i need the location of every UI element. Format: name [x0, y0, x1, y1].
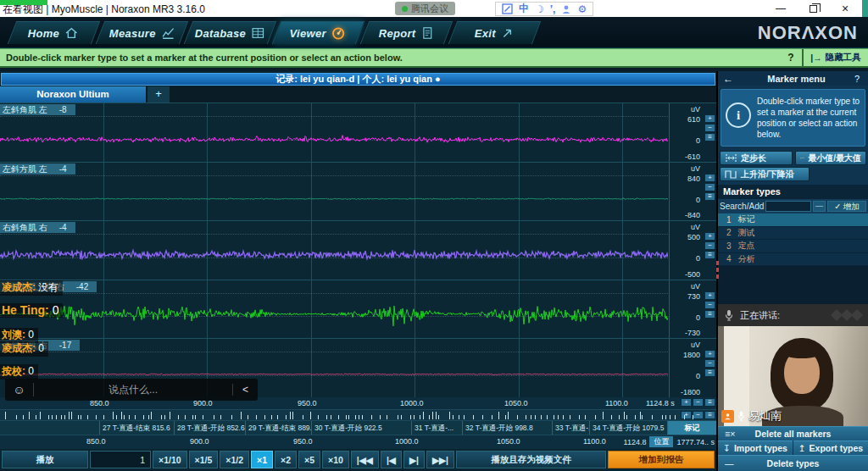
- search-input[interactable]: [765, 201, 811, 212]
- collapse-chat-button[interactable]: <: [232, 384, 258, 396]
- main-area: 记录: lei yu qian-d | 个人: lei yu qian ● No…: [0, 71, 868, 471]
- marker-cell[interactable]: 32 T-直通-开始 998.8: [463, 421, 553, 435]
- scale-menu-button[interactable]: ≡: [704, 411, 715, 419]
- import-types-button[interactable]: ↧ Import types: [718, 441, 793, 455]
- play-button[interactable]: 播放: [2, 451, 88, 468]
- scale-down-button[interactable]: −: [704, 241, 715, 250]
- scale-down-button[interactable]: −: [704, 359, 715, 368]
- ime-fullwidth-icon[interactable]: ☽: [535, 3, 544, 15]
- marker-type-badge[interactable]: 标记: [668, 421, 716, 435]
- channel-menu-button[interactable]: ≡: [704, 368, 715, 377]
- scale-down-button[interactable]: −: [704, 183, 715, 191]
- emoji-button[interactable]: ☺: [5, 383, 34, 396]
- marker-cell[interactable]: 33 T-直通-...: [553, 421, 590, 435]
- channel-menu-button[interactable]: ≡: [704, 192, 715, 201]
- scale-down-button[interactable]: −: [704, 124, 715, 132]
- ime-user-icon[interactable]: [561, 4, 571, 14]
- channel-strip[interactable]: 右斜角肌 右-4 uV500 0-500 +−≡: [0, 221, 716, 280]
- tab-report[interactable]: Report: [360, 21, 453, 44]
- zoom-out-button[interactable]: −: [693, 398, 704, 407]
- help-button[interactable]: ?: [780, 52, 802, 64]
- speed-button[interactable]: ×5: [298, 451, 320, 468]
- ime-settings-icon[interactable]: ⚙: [577, 3, 587, 15]
- speed-button-active[interactable]: ×1: [251, 451, 273, 468]
- forward-end-button[interactable]: ▶▶|: [426, 451, 454, 468]
- min-max-button[interactable]: 最小值/最大值: [795, 151, 866, 165]
- add-type-button[interactable]: ✓ 增加: [827, 201, 866, 212]
- tab-exit[interactable]: Exit: [448, 21, 541, 44]
- channel-menu-button[interactable]: ≡: [704, 133, 715, 141]
- play-counter-field[interactable]: 1: [90, 451, 151, 468]
- zoom-in-button[interactable]: +: [681, 398, 692, 407]
- step-back-button[interactable]: |◀: [381, 451, 402, 468]
- restore-button[interactable]: [797, 0, 829, 17]
- speed-button[interactable]: ×2: [275, 451, 297, 468]
- rewind-start-button[interactable]: |◀◀: [351, 451, 379, 468]
- position-badge[interactable]: 位置: [649, 436, 673, 447]
- speed-button[interactable]: ×1/2: [220, 451, 249, 468]
- marker-type-item[interactable]: 1标记: [718, 213, 868, 227]
- rising-falling-edge-button[interactable]: 上升沿/下降沿: [720, 167, 810, 181]
- marker-cell[interactable]: 28 T-直通-开始 852.6: [175, 421, 246, 435]
- tab-database[interactable]: Database: [184, 21, 276, 44]
- scale-up-button[interactable]: +: [704, 291, 715, 300]
- channel-menu-button[interactable]: ≡: [704, 251, 715, 259]
- marker-type-item[interactable]: 3定点: [718, 240, 868, 253]
- panel-marker-tick: [716, 274, 719, 279]
- marker-cell[interactable]: 27 T-直通-结束 815.6: [100, 421, 175, 435]
- speed-button[interactable]: ×1/5: [189, 451, 219, 468]
- marker-cell-empty[interactable]: [0, 421, 100, 435]
- chat-input[interactable]: 说点什么...: [34, 383, 232, 397]
- zoom-out-button[interactable]: −: [693, 411, 704, 419]
- channel-strip[interactable]: 左斜方肌 左-4 uV840 0-840 +−≡: [0, 163, 716, 222]
- device-tab-noraxon-ultium[interactable]: Noraxon Ultium: [0, 86, 146, 103]
- zoom-in-button[interactable]: +: [681, 411, 692, 419]
- fixed-step-button[interactable]: 定步长: [720, 151, 793, 165]
- scale-up-button[interactable]: +: [704, 232, 715, 241]
- close-button[interactable]: ×: [829, 0, 861, 17]
- panel-help-button[interactable]: ?: [854, 74, 868, 84]
- tab-home[interactable]: Home: [8, 21, 100, 44]
- delete-types-button[interactable]: — Delete types: [718, 455, 868, 471]
- hide-tools-button[interactable]: |→ 隐藏工具: [802, 49, 868, 66]
- ime-toolbar[interactable]: 中 ☽ ’, ⚙: [495, 2, 593, 16]
- back-button[interactable]: ←: [718, 73, 738, 85]
- scale-up-button[interactable]: +: [704, 174, 715, 182]
- meeting-window-badge[interactable]: 腾讯会议: [395, 2, 455, 15]
- marker-cell[interactable]: 30 T-直通-开始 922.5: [312, 421, 412, 435]
- scale-up-button[interactable]: +: [704, 114, 715, 123]
- channel-strip[interactable]: 右斜方肌上束 右-42 uV730 0-730 +−≡: [0, 280, 716, 340]
- speed-button[interactable]: ×1/10: [153, 451, 187, 468]
- scale-down-button[interactable]: −: [704, 301, 715, 309]
- channel-menu-button[interactable]: ≡: [704, 310, 715, 319]
- scale-menu-button[interactable]: ≡: [704, 398, 715, 407]
- marker-cell[interactable]: 29 T-直通-结束 889.4: [246, 421, 312, 435]
- remove-type-button[interactable]: —: [813, 201, 826, 212]
- meeting-speaking-bar: 正在讲话:: [718, 304, 868, 326]
- meeting-caption: 凌成杰: 0: [0, 341, 48, 357]
- save-as-video-button[interactable]: 播放且存为视频文件: [456, 451, 606, 468]
- delete-all-markers-button[interactable]: ≡× Delete all markers: [718, 426, 868, 441]
- ime-language-icon[interactable]: 中: [519, 2, 529, 16]
- emg-chart[interactable]: 左斜角肌 左-8 uV610 0-610 +−≡ 左斜方肌 左-4 uV840 …: [0, 103, 716, 397]
- scale-up-button[interactable]: +: [704, 350, 715, 358]
- tab-viewer[interactable]: Viewer: [272, 21, 364, 44]
- marker-type-item[interactable]: 4分析: [718, 253, 868, 267]
- time-scale-lower[interactable]: 850.0 900.0 950.0 1000.0 1050.0 1100.0 1…: [0, 435, 716, 449]
- speed-button[interactable]: ×10: [322, 451, 349, 468]
- webcam-video[interactable]: 易灿南: [718, 326, 868, 426]
- tab-measure[interactable]: Measure: [96, 21, 188, 44]
- add-to-report-button[interactable]: 增加到报告: [608, 451, 715, 468]
- marker-type-item[interactable]: 2测试: [718, 227, 868, 241]
- channel-strip[interactable]: 左斜角肌 左-8 uV610 0-610 +−≡: [0, 103, 716, 163]
- ime-draw-icon[interactable]: [502, 3, 513, 14]
- ime-punctuation-icon[interactable]: ’,: [550, 3, 556, 15]
- export-types-button[interactable]: ↥ Export types: [793, 441, 868, 455]
- main-navigation: Home Measure Database Viewer Report Exit…: [0, 17, 868, 48]
- add-device-tab-button[interactable]: +: [147, 86, 170, 103]
- marker-tick-strip[interactable]: +−≡: [0, 409, 716, 420]
- marker-cell[interactable]: 31 T-直通-...: [412, 421, 463, 435]
- minimize-button[interactable]: —: [765, 0, 797, 17]
- step-forward-button[interactable]: ▶|: [403, 451, 425, 468]
- marker-cell[interactable]: 34 T-直通-开始 1079.5: [590, 421, 668, 435]
